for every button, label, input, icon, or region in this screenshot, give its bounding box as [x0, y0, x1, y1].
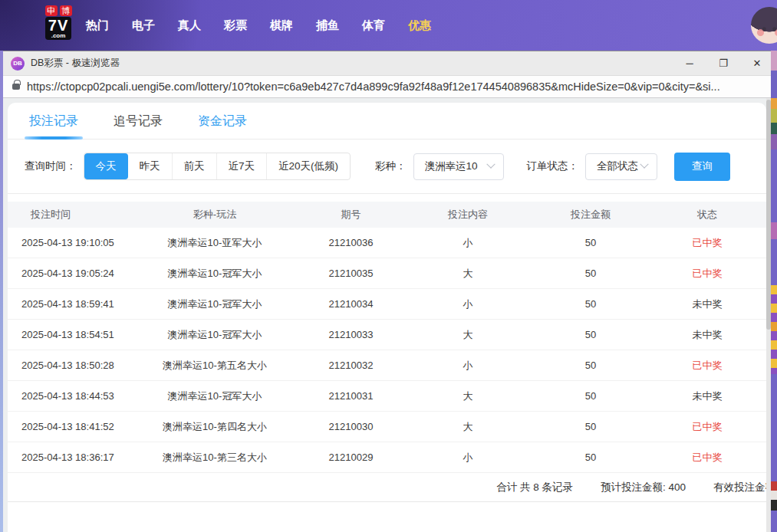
- page-viewport: 投注记录追号记录资金记录 查询时间： 今天昨天前天近7天近20天(低频) 彩种：…: [3, 98, 771, 532]
- cell-game-play: 澳洲幸运10-第三名大小: [130, 451, 299, 465]
- time-option-1[interactable]: 昨天: [128, 153, 172, 179]
- query-button[interactable]: 查询: [674, 153, 730, 181]
- cell-bet-time: 2025-04-13 19:10:05: [8, 237, 130, 248]
- menu-item-1[interactable]: 电子: [132, 18, 155, 33]
- table-row[interactable]: 2025-04-13 18:36:17 澳洲幸运10-第三名大小 2121002…: [8, 442, 766, 473]
- cell-bet-content: 小: [403, 297, 533, 311]
- time-option-4[interactable]: 近20天(低频): [266, 153, 350, 179]
- cell-status: 未中奖: [648, 328, 766, 342]
- time-option-0[interactable]: 今天: [84, 153, 128, 179]
- cell-game-play: 澳洲幸运10-冠军大小: [130, 389, 299, 403]
- cell-status: 已中奖: [648, 267, 766, 281]
- cell-bet-time: 2025-04-13 18:36:17: [8, 452, 130, 463]
- menu-item-7[interactable]: 优惠: [408, 18, 431, 33]
- browser-window: DB DB彩票 - 极速浏览器 ─ ❐ ✕ https://ctopcp02pc…: [3, 51, 771, 532]
- column-header-5: 状态: [648, 208, 766, 222]
- chevron-down-icon: [486, 160, 495, 169]
- cell-status: 已中奖: [648, 451, 766, 465]
- tab-0[interactable]: 投注记录: [29, 103, 78, 140]
- logo-7v-text: 7V: [48, 18, 68, 33]
- cell-bet-content: 小: [403, 451, 533, 465]
- content-panel: 投注记录追号记录资金记录 查询时间： 今天昨天前天近7天近20天(低频) 彩种：…: [8, 103, 766, 532]
- url-text: https://ctopcp02pcali.uengi5e.com/lotter…: [27, 80, 720, 93]
- table-row[interactable]: 2025-04-13 18:59:41 澳洲幸运10-冠军大小 21210034…: [8, 289, 766, 320]
- cell-game-play: 澳洲幸运10-冠军大小: [130, 267, 299, 281]
- cell-bet-amount: 50: [533, 452, 648, 463]
- cell-game-play: 澳洲幸运10-第四名大小: [130, 420, 299, 434]
- minimize-button[interactable]: ─: [683, 57, 696, 69]
- close-button[interactable]: ✕: [751, 57, 763, 69]
- time-option-3[interactable]: 近7天: [216, 153, 267, 179]
- cell-issue-number: 21210032: [299, 360, 403, 371]
- cell-issue-number: 21210030: [299, 421, 403, 432]
- logo-com-text: .com: [48, 33, 68, 38]
- browser-titlebar[interactable]: DB DB彩票 - 极速浏览器 ─ ❐ ✕: [3, 51, 771, 75]
- table-row[interactable]: 2025-04-13 19:05:24 澳洲幸运10-冠军大小 21210035…: [8, 258, 766, 289]
- cell-bet-amount: 50: [533, 237, 648, 248]
- cell-bet-content: 大: [403, 267, 533, 281]
- lottery-select[interactable]: 澳洲幸运10: [413, 153, 504, 180]
- cell-bet-content: 大: [403, 389, 533, 403]
- cell-bet-amount: 50: [533, 329, 648, 340]
- column-header-1: 彩种-玩法: [130, 208, 299, 222]
- cell-status: 已中奖: [648, 236, 766, 250]
- cell-bet-amount: 50: [533, 390, 648, 402]
- logo-badges: 申 博: [35, 5, 81, 16]
- cell-game-play: 澳洲幸运10-冠军大小: [130, 297, 299, 311]
- maximize-button[interactable]: ❐: [717, 57, 729, 69]
- summary-expected-amount: 预计投注金额: 400: [601, 481, 686, 494]
- avatar[interactable]: [751, 7, 777, 44]
- cell-game-play: 澳洲幸运10-第五名大小: [130, 359, 299, 373]
- column-header-4: 投注金额: [533, 208, 648, 222]
- lottery-select-value: 澳洲幸运10: [425, 159, 478, 173]
- time-filter-label: 查询时间：: [25, 159, 77, 173]
- menu-item-0[interactable]: 热门: [86, 18, 109, 33]
- lock-icon: [12, 84, 20, 90]
- filter-bar: 查询时间： 今天昨天前天近7天近20天(低频) 彩种： 澳洲幸运10 订单状态：…: [8, 140, 766, 194]
- scrollbar[interactable]: [766, 98, 771, 532]
- tab-2[interactable]: 资金记录: [198, 103, 247, 140]
- order-status-label: 订单状态：: [527, 159, 579, 173]
- menu-item-3[interactable]: 彩票: [224, 18, 247, 33]
- site-logo[interactable]: 申 博 7V .com: [35, 5, 81, 41]
- page-edge-right: [771, 51, 777, 532]
- scrollbar-thumb[interactable]: [766, 100, 771, 330]
- site-header: 申 博 7V .com 热门电子真人彩票棋牌捕鱼体育优惠: [0, 0, 777, 51]
- cell-bet-amount: 50: [533, 298, 648, 310]
- order-status-value: 全部状态: [597, 159, 638, 173]
- menu-item-5[interactable]: 捕鱼: [316, 18, 339, 33]
- cell-bet-amount: 50: [533, 421, 648, 432]
- logo-main: 7V .com: [45, 17, 71, 40]
- cell-bet-content: 大: [403, 420, 533, 434]
- summary-bar: 合计 共 8 条记录 预计投注金额: 400 有效投注金额: [8, 473, 766, 502]
- column-header-2: 期号: [299, 208, 403, 222]
- menu-item-4[interactable]: 棋牌: [270, 18, 293, 33]
- table-row[interactable]: 2025-04-13 18:54:51 澳洲幸运10-冠军大小 21210033…: [8, 320, 766, 350]
- cell-issue-number: 21210029: [299, 452, 403, 463]
- table-row[interactable]: 2025-04-13 18:50:28 澳洲幸运10-第五名大小 2121003…: [8, 350, 766, 381]
- window-controls: ─ ❐ ✕: [683, 51, 763, 75]
- summary-valid-amount: 有效投注金额: [713, 481, 766, 494]
- address-bar[interactable]: https://ctopcp02pcali.uengi5e.com/lotter…: [3, 75, 771, 98]
- cell-issue-number: 21210035: [299, 268, 403, 279]
- cell-bet-amount: 50: [533, 360, 648, 371]
- cell-bet-content: 大: [403, 328, 533, 342]
- order-status-select[interactable]: 全部状态: [585, 153, 657, 180]
- cell-game-play: 澳洲幸运10-亚军大小: [130, 236, 299, 250]
- table-row[interactable]: 2025-04-13 18:44:53 澳洲幸运10-冠军大小 21210031…: [8, 381, 766, 412]
- table-row[interactable]: 2025-04-13 18:41:52 澳洲幸运10-第四名大小 2121003…: [8, 412, 766, 442]
- cell-bet-time: 2025-04-13 18:41:52: [8, 421, 130, 432]
- cell-issue-number: 21210031: [299, 390, 403, 402]
- cell-bet-amount: 50: [533, 268, 648, 279]
- tab-1[interactable]: 追号记录: [114, 103, 163, 140]
- table-row[interactable]: 2025-04-13 19:10:05 澳洲幸运10-亚军大小 21210036…: [8, 228, 766, 258]
- cell-game-play: 澳洲幸运10-冠军大小: [130, 328, 299, 342]
- summary-total: 合计 共 8 条记录: [496, 481, 573, 494]
- time-option-2[interactable]: 前天: [172, 153, 216, 179]
- table-header: 投注时间彩种-玩法期号投注内容投注金额状态: [8, 202, 766, 228]
- menu-item-6[interactable]: 体育: [362, 18, 385, 33]
- menu-item-2[interactable]: 真人: [178, 18, 201, 33]
- cell-bet-time: 2025-04-13 18:54:51: [8, 329, 130, 340]
- cell-bet-content: 小: [403, 359, 533, 373]
- column-header-3: 投注内容: [403, 208, 533, 222]
